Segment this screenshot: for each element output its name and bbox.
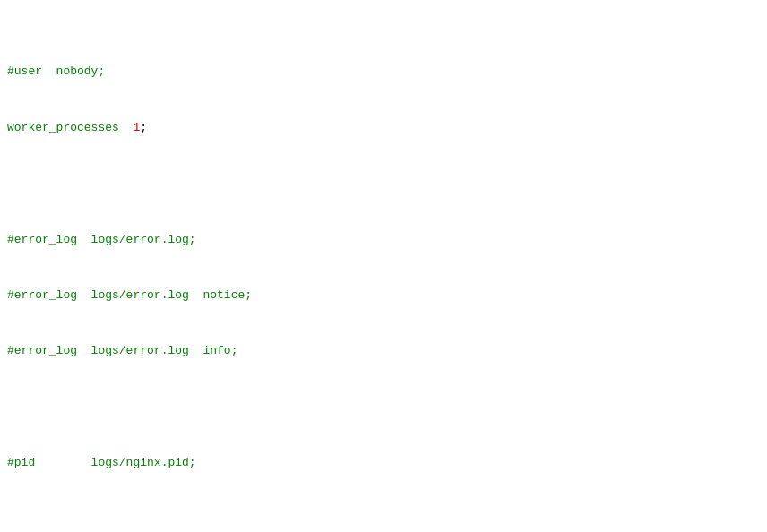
- line-user: #user nobody;: [0, 63, 767, 82]
- line-worker-processes: worker_processes 1;: [0, 119, 767, 138]
- user-comment: #user nobody;: [7, 64, 105, 78]
- worker-processes-kw: worker_processes: [7, 121, 119, 134]
- line-error2: #error_log logs/error.log notice;: [0, 287, 767, 305]
- line-blank3: [0, 511, 767, 529]
- line-blank2: [0, 399, 767, 417]
- code-editor: #user nobody; worker_processes 1; #error…: [0, 0, 767, 532]
- line-pid: #pid logs/nginx.pid;: [0, 454, 767, 473]
- worker-processes-val: [119, 121, 134, 134]
- line-error3: #error_log logs/error.log info;: [0, 342, 767, 361]
- line-blank1: [0, 175, 767, 193]
- line-error1: #error_log logs/error.log;: [0, 231, 767, 250]
